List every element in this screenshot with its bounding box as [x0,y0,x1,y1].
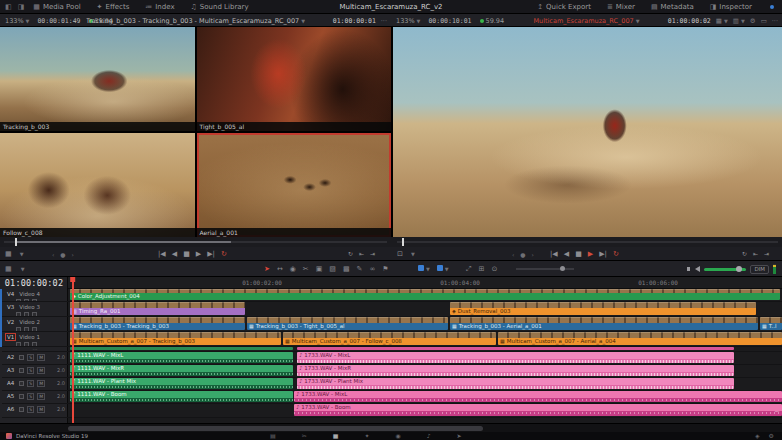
playhead[interactable] [72,277,74,423]
track-destination-a3[interactable]: A3 [5,366,16,374]
source-scrub-bar[interactable] [4,241,387,243]
lock-icon[interactable] [19,355,24,360]
selection-mode-icon[interactable]: ➤ [264,261,270,277]
full-extent-zoom-icon[interactable]: ⤢ [466,261,472,277]
source-view-select[interactable]: ▦▼ [5,247,23,261]
lock-icon[interactable] [19,394,24,399]
flag-color-select[interactable]: ▼ [418,265,430,273]
timeline-zoom-slider[interactable] [516,261,574,277]
loop-playback-icon[interactable]: ↻ [742,247,747,261]
source-jog-control[interactable]: ‹ ● › [52,247,76,261]
timeline-selector[interactable]: ▦▼ [5,261,24,277]
display-mode-icon[interactable]: ▭ [761,17,767,25]
timeline-program-viewer[interactable] [393,27,782,237]
page-edit-icon[interactable]: ▦ [333,432,339,440]
video-clip[interactable]: ▦T..l [760,317,782,330]
clip-display-icon[interactable]: ▥▼ [733,17,745,25]
quick-export-button[interactable]: ↥Quick Export [533,2,595,12]
track-lane-a2[interactable]: ♪ 1111.WAV - MixL♪ 1733.WAV - MixL [68,352,782,365]
dynamic-trim-icon[interactable]: ◉ [290,261,296,277]
mixer-button[interactable]: ≣Mixer [603,2,639,12]
timeline-jog-control[interactable]: ‹ ● › [512,247,536,261]
lock-icon[interactable] [19,368,24,373]
fade-handle[interactable]: ⌒ [774,411,780,416]
solo-button[interactable]: S [27,367,34,374]
scrollbar-thumb[interactable] [68,426,483,431]
mute-button[interactable]: M [37,393,45,400]
multicam-angle-2[interactable]: Tight_b_005_al [197,27,392,131]
blade-edit-mode-icon[interactable]: ✂ [303,261,309,277]
page-cut-icon[interactable]: ✂ [302,432,307,440]
video-clip[interactable]: ◈Color_Adjustment_004 [70,289,780,300]
mute-button[interactable]: M [37,380,45,387]
loop-playback-icon[interactable]: ↻ [348,247,353,261]
loop-icon[interactable]: ↻ [613,247,619,261]
track-destination-v4[interactable]: V4 [5,290,16,298]
page-fairlight-icon[interactable]: ♪ [427,432,431,440]
audio-clip[interactable]: ♪ 1733.WAV - MixL [294,391,782,402]
audio-clip[interactable]: ♪ 1111.WAV - MixL [70,352,293,363]
track-lane-a3[interactable]: ♪ 1111.WAV - MixR♪ 1733.WAV - MixR [68,365,782,378]
detail-zoom-icon[interactable]: ⊞ [479,261,485,277]
index-button[interactable]: ≔Index [141,2,178,12]
multicam-angle-1[interactable]: Tracking_b_003 [0,27,195,131]
project-manager-icon[interactable]: ◈ [755,432,760,440]
page-fusion-icon[interactable]: ✦ [364,432,369,440]
mute-button[interactable]: M [37,367,45,374]
track-lane-v3[interactable]: ▥Timing_Ra_001◈Dust_Removal_003 [68,302,782,317]
multicam-angle-4[interactable]: Aerial_a_001 [197,133,392,237]
previous-clip-icon[interactable]: |◀ [158,247,166,261]
track-destination-a5[interactable]: A5 [5,392,16,400]
step-back-icon[interactable]: ◀ [564,247,569,261]
audio-clip[interactable] [70,347,293,350]
pen-icon[interactable]: ✎ [357,261,363,277]
audio-clip[interactable]: ♪ 1733.WAV - Plant Mix [297,378,734,389]
track-lane-a5[interactable]: ♪ 1111.WAV - Boom♪ 1733.WAV - MixL [68,391,782,404]
step-back-icon[interactable]: ◀ [172,247,177,261]
volume-handle[interactable] [736,266,742,272]
play-icon[interactable]: ▶ [196,247,201,261]
audio-clip[interactable]: ♪ 1733.WAV - MixL [297,352,734,363]
inspector-button[interactable]: ◨Inspector [706,2,756,12]
track-lane-v1[interactable]: ▦Multicam_Custom_a_007 - Tracking_b_003▦… [68,332,782,347]
stop-icon[interactable]: ■ [183,247,190,261]
next-clip-icon[interactable]: ▶| [599,247,607,261]
video-clip[interactable]: ▦Multicam_Custom_a_007 - Aerial_a_004 [498,332,782,345]
previous-clip-icon[interactable]: |◀ [550,247,558,261]
mute-button[interactable]: M [37,354,45,361]
tools-icon[interactable]: ⚙ [750,17,756,25]
metadata-button[interactable]: ▤Metadata [647,2,698,12]
track-destination-a4[interactable]: A4 [5,379,16,387]
source-zoom-select[interactable]: 133%▼ [5,17,29,25]
solo-button[interactable]: S [27,406,34,413]
page-deliver-icon[interactable]: ➤ [457,432,462,440]
track-lane-a6[interactable]: ♪ 1733.WAV - Boom⌒ [68,404,782,418]
video-clip[interactable]: ▦Multicam_Custom_a_007 - Follow_c_008 [283,332,496,345]
video-clip[interactable]: ▦Tracking_b_003 - Tight_b_005_al [247,317,448,330]
audio-clip[interactable]: ♪ 1111.WAV - MixR [70,365,293,376]
settings-gear-icon[interactable]: ⚙ [769,432,774,440]
play-icon[interactable]: ▶ [588,247,593,261]
overwrite-clip-icon[interactable]: ▨ [329,261,336,277]
source-more-menu[interactable]: ··· [381,17,387,25]
timeline-zoom-select[interactable]: 133%▼ [396,17,420,25]
loop-icon[interactable]: ↻ [221,247,227,261]
lock-icon[interactable] [19,381,24,386]
goto-in-icon[interactable]: ⇤ [359,247,364,261]
source-scrub-handle[interactable] [15,238,17,246]
timeline-scrollbar[interactable] [0,423,782,432]
timeline-view-select[interactable]: ⊡▼ [397,247,415,261]
track-destination-v2[interactable]: V2 [5,318,16,326]
goto-out-icon[interactable]: ⇥ [764,247,769,261]
goto-out-icon[interactable]: ⇥ [370,247,375,261]
trim-edit-mode-icon[interactable]: ↔ [277,261,283,277]
stop-icon[interactable]: ■ [575,247,582,261]
panel-toggle-left-icon[interactable]: ◧ [4,3,13,11]
source-clip-title[interactable]: Tracking_b_003 - Tracking_b_003 - Multic… [86,17,305,25]
insert-clip-icon[interactable]: ▣ [316,261,323,277]
multicam-display-icon[interactable]: ▦▼ [716,17,728,25]
link-icon[interactable]: ∞ [369,261,375,277]
solo-button[interactable]: S [27,354,34,361]
media-pool-button[interactable]: ▦Media Pool [29,2,84,12]
solo-button[interactable]: S [27,393,34,400]
